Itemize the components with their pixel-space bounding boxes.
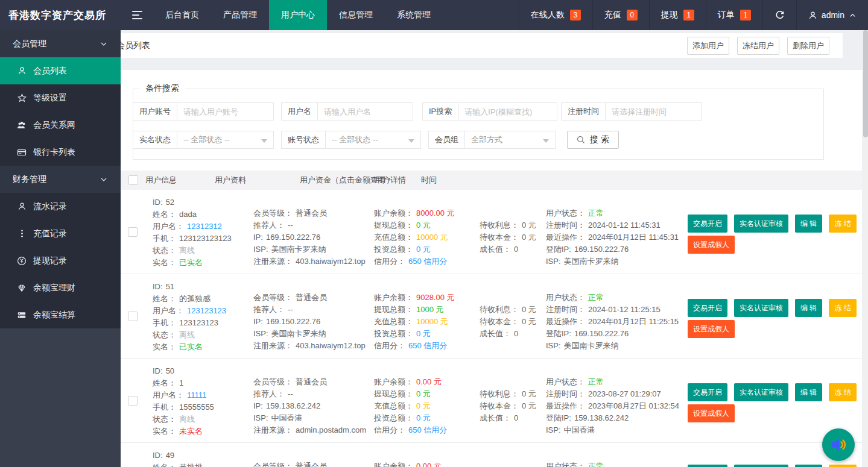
sidebar-item-member-network[interactable]: 会员关系网 [0,111,121,139]
member-group-select[interactable]: 全部方式 [465,131,556,149]
set-fake-button[interactable]: 设置成假人 [688,404,735,422]
field-regtime-label: 注册时间 [561,102,606,121]
main-panel: 条件搜索 用户账号 用户名 IP搜索 注册时间 实名状态 -- 全部状态 -- … [112,70,862,467]
delete-user-button[interactable]: 删除用户 [787,37,829,55]
admin-user-icon [808,11,817,20]
sidebar-item-member-list[interactable]: 会员列表 [0,57,121,84]
cell-actions: 交易开启 实名认证审核 编 辑 冻 结 设置成假人 [688,383,860,422]
sidebar-item-label: 提现记录 [33,255,67,266]
nav-item-system[interactable]: 系统管理 [385,0,443,30]
credit-link[interactable]: 650 信用分 [408,341,447,350]
stat-online[interactable]: 在线人数 3 [519,0,592,30]
search-button[interactable]: 搜 索 [567,131,619,149]
cell-actions: 交易开启 实名认证审核 编 辑 冻 结 [688,465,860,467]
cell-user-info: ID:51 姓名：的孤独感 用户名：123123123 手机：123123123… [153,281,226,353]
set-fake-button[interactable]: 设置成假人 [688,320,735,338]
refresh-button[interactable] [762,0,796,30]
vertical-scrollbar[interactable] [863,30,868,467]
stat-recharge[interactable]: 充值 0 [592,0,649,30]
sidebar-item-yuebao-settlement[interactable]: 余额宝结算 [0,301,121,328]
row-checkbox[interactable] [128,396,138,406]
account-status-select[interactable]: -- 全部状态 -- [326,131,421,149]
sidebar-item-flow-records[interactable]: 流水记录 [0,193,121,220]
sidebar-item-recharge-records[interactable]: 充值记录 [0,220,121,247]
cell-user-funds: 账户余额：0.00 元 提现总额：0 元 充值总额：0 元 投资总额：0 元 信… [374,376,447,436]
balance-link[interactable]: 0.00 元 [416,462,442,467]
invest-link[interactable]: 0 元 [416,413,431,422]
set-fake-button[interactable]: 设置成假人 [688,236,735,254]
freeze-button[interactable]: 冻 结 [829,465,856,467]
freeze-button[interactable]: 冻 结 [829,215,856,233]
nav-item-dashboard[interactable]: 后台首页 [153,0,211,30]
row-checkbox[interactable] [128,312,138,321]
trade-toggle-button[interactable]: 交易开启 [688,215,727,233]
register-time-input[interactable] [606,102,702,121]
username-input[interactable] [318,102,413,121]
floating-announcement-button[interactable] [822,428,855,461]
sidebar-item-withdraw-records[interactable]: 提现记录 [0,247,121,274]
edit-button[interactable]: 编 辑 [795,299,822,317]
realname-verify-button[interactable]: 实名认证审核 [734,299,788,317]
balance-link[interactable]: 8000.00 元 [416,208,455,218]
withdraw-link[interactable]: 0 元 [416,221,431,230]
cell-user-funds: 账户余额：9028.00 元 提现总额：1000 元 充值总额：10000 元 … [374,292,455,352]
ip-search-input[interactable] [458,102,557,121]
cell-user-funds: 账户余额：0.00 元 [374,460,442,467]
balance-link[interactable]: 9028.00 元 [416,293,455,302]
edit-button[interactable]: 编 辑 [795,383,822,401]
withdraw-link[interactable]: 0 元 [416,389,431,398]
trade-toggle-button[interactable]: 交易开启 [688,299,727,317]
edit-button[interactable]: 编 辑 [795,465,822,467]
stat-recharge-label: 充值 [604,10,621,20]
menu-toggle-icon[interactable] [121,0,153,30]
username-link[interactable]: 12312312 [187,222,222,231]
row-checkbox[interactable] [128,227,138,237]
field-account: 用户账号 [133,102,274,121]
freeze-button[interactable]: 冻 结 [829,299,856,317]
scrollbar-thumb[interactable] [863,30,868,137]
refresh-icon [775,10,785,20]
trade-toggle-button[interactable]: 交易开启 [688,465,727,467]
trade-toggle-button[interactable]: 交易开启 [688,383,727,401]
account-input[interactable] [177,102,274,121]
realname-verify-button[interactable]: 实名认证审核 [734,465,788,467]
sidebar-group-finance-label: 财务管理 [13,174,46,185]
recharge-link[interactable]: 10000 元 [416,233,448,242]
sidebar-item-yuebao-finance[interactable]: 余额宝理财 [0,274,121,301]
nav-item-info[interactable]: 信息管理 [327,0,385,30]
sidebar-item-level-settings[interactable]: 等级设置 [0,84,121,111]
nav-item-products[interactable]: 产品管理 [211,0,269,30]
sidebar-item-label: 流水记录 [33,201,67,212]
user-status: 正常 [588,377,604,386]
sidebar-item-label: 充值记录 [33,228,67,239]
sidebar-item-bank-cards[interactable]: 银行卡列表 [0,139,121,166]
balance-link[interactable]: 0.00 元 [416,377,442,386]
user-menu[interactable]: admin [796,0,868,30]
freeze-button[interactable]: 冻 结 [829,383,856,401]
invest-link[interactable]: 0 元 [416,245,431,254]
stat-withdraw[interactable]: 提现 1 [649,0,706,30]
freeze-user-button[interactable]: 冻结用户 [737,37,779,55]
field-account-status-label: 账号状态 [281,131,326,149]
user-status: 正常 [588,293,604,302]
add-user-button[interactable]: 添加用户 [687,37,729,55]
withdraw-link[interactable]: 1000 元 [416,305,444,314]
stat-orders[interactable]: 订单 1 [706,0,762,30]
edit-button[interactable]: 编 辑 [795,215,822,233]
select-all-checkbox[interactable] [128,175,138,185]
nav-item-user-center[interactable]: 用户中心 [269,0,327,30]
credit-link[interactable]: 650 信用分 [408,425,447,434]
credit-link[interactable]: 650 信用分 [408,257,447,266]
recharge-link[interactable]: 10000 元 [416,317,448,326]
realname-verify-button[interactable]: 实名认证审核 [734,215,788,233]
invest-link[interactable]: 0 元 [416,329,431,338]
sidebar-group-finance[interactable]: 财务管理 [0,166,121,193]
sidebar-group-members[interactable]: 会员管理 [0,30,121,57]
username-link[interactable]: 123123123 [187,306,226,315]
cell-user-profile: 会员等级：普通会员 [253,460,327,467]
realname-verify-button[interactable]: 实名认证审核 [734,383,788,401]
recharge-link[interactable]: 0 元 [416,401,431,410]
realname-status-select[interactable]: -- 全部状态 -- [177,131,274,149]
username-link[interactable]: 11111 [187,390,206,400]
table-row: ID:52 姓名：dada 用户名：12312312 手机：1231231231… [112,190,862,274]
